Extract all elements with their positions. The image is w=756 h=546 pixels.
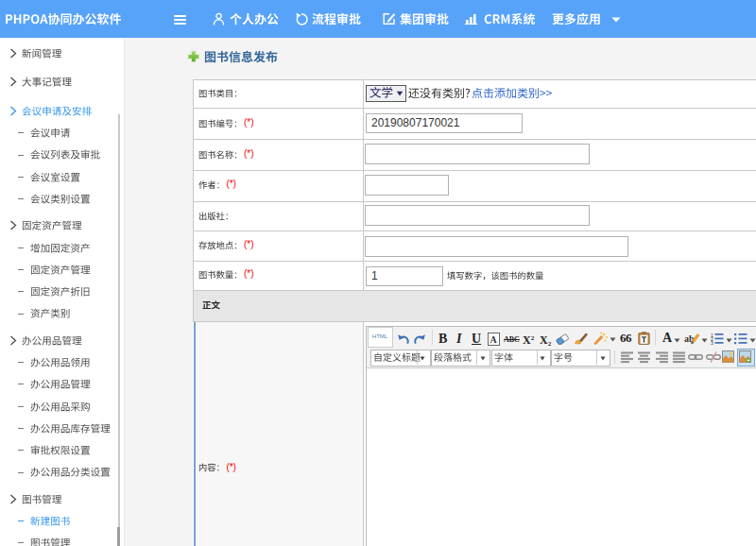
svg-text:3: 3 xyxy=(711,340,713,345)
